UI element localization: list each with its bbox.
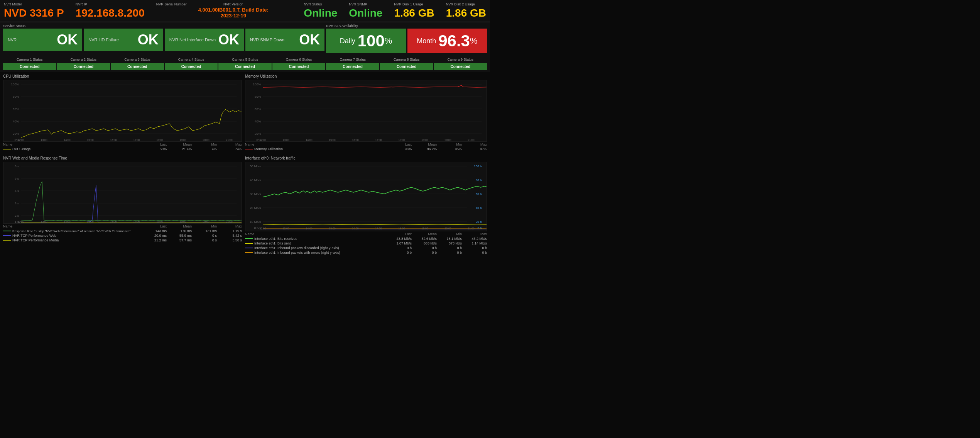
cam8-label: Camera 8 Status (380, 57, 433, 62)
memory-legend-header: Name Last Mean Min Max (245, 143, 487, 146)
network-name3: Interface eth1: Inbound packets discarde… (254, 246, 394, 250)
sla-daily-unit: % (385, 36, 392, 46)
memory-max: 97% (470, 147, 487, 151)
svg-text:100%: 100% (11, 83, 19, 86)
network-legend-row3: Interface eth1: Inbound packets discarde… (245, 246, 487, 250)
memory-chart-svg: 100% 80% 60% 40% 20% 0% 12:00 13:00 14:0… (245, 80, 487, 142)
svg-text:12:00: 12:00 (17, 139, 24, 141)
camera-section: Camera 1 Status Camera 2 Status Camera 3… (0, 55, 490, 72)
service-box-net-value: OK (218, 32, 239, 48)
service-box-net-label: NVR Net Interface Down (169, 37, 216, 42)
net-mean3: 0 b (419, 246, 437, 250)
cam9-label: Camera 9 Status (434, 57, 487, 62)
svg-text:20%: 20% (255, 132, 261, 136)
nvr-model-field: NVR Model NVD 3316 P (4, 2, 64, 19)
svg-text:20:00: 20:00 (203, 139, 210, 141)
response-stats1: 143 ms 176 ms 131 ms 1.19 s (149, 229, 242, 233)
nvr-ip-field: NVR IP 192.168.8.200 (76, 2, 145, 19)
svg-text:16:00: 16:00 (352, 227, 359, 230)
network-name2: Interface eth1: Bits sent (254, 241, 394, 245)
response-mean3: 57.7 ms (174, 238, 192, 242)
svg-text:21:00: 21:00 (226, 139, 233, 141)
response-max2: 5.42 s (225, 234, 242, 238)
memory-chart-title: Memory Utilization (245, 74, 487, 78)
network-stats1: 43.8 Mb/s 32.6 Mb/s 18.1 Mb/s 46.2 Mb/s (394, 237, 487, 241)
cam8-status: Connected (380, 63, 433, 70)
svg-text:17:00: 17:00 (375, 227, 382, 230)
network-color1 (245, 238, 253, 239)
svg-text:20:00: 20:00 (444, 227, 451, 230)
sla-daily-label: Daily (340, 37, 355, 45)
nvr-serial-value (156, 7, 187, 12)
cam5-status: Connected (218, 63, 272, 70)
net-last4: 0 b (394, 251, 412, 255)
network-stats2: 1.07 Mb/s 863 kb/s 573 kb/s 1.14 Mb/s (394, 241, 487, 245)
svg-text:14:00: 14:00 (306, 227, 313, 230)
svg-text:60%: 60% (255, 107, 261, 111)
response-legend-row3: NVR TCP Performance Media 21.2 ms 57.7 m… (3, 238, 242, 243)
sla-month-box: Month 96.3 % (407, 29, 487, 53)
cpu-legend-header: Name Last Mean Min Max (3, 143, 242, 146)
svg-text:14:00: 14:00 (64, 139, 71, 141)
svg-text:19:00: 19:00 (421, 139, 428, 141)
response-name1: Response time for step "NVR Web Performa… (12, 229, 149, 233)
memory-legend-row: Memory Utilization 96% 96.2% 95% 97% (245, 147, 487, 151)
svg-text:20 Mb/s: 20 Mb/s (250, 206, 261, 210)
svg-text:15:00: 15:00 (329, 227, 336, 230)
service-box-hd-label: NVR HD Failure (88, 37, 119, 42)
memory-chart-area: 100% 80% 60% 40% 20% 0% 12:00 13:00 14:0… (245, 80, 487, 142)
charts-left: CPU Utilization 100% 80% 60% 40% 20% 0% (3, 74, 245, 260)
svg-text:15:00: 15:00 (87, 221, 94, 223)
response-color1 (3, 231, 11, 231)
net-mean4: 0 b (419, 251, 437, 255)
service-sla-row: Service Status NVR OK NVR HD Failure OK … (0, 22, 490, 55)
sla-daily-value: 100 (358, 32, 385, 50)
svg-text:100 b: 100 b (474, 165, 482, 168)
svg-text:21:00: 21:00 (468, 227, 475, 230)
cam6-status: Connected (272, 63, 326, 70)
service-box-snmp-value: OK (299, 32, 320, 48)
service-box-nvr-value: OK (57, 32, 78, 48)
nvr-model-value: NVD 3316 P (4, 7, 64, 19)
cpu-max: 74% (225, 147, 242, 151)
cam7-status: Connected (326, 63, 379, 70)
response-chart-title: NVR Web and Media Response Time (3, 156, 242, 160)
svg-text:18:00: 18:00 (156, 221, 163, 223)
svg-text:40%: 40% (13, 120, 19, 123)
sla-month-unit: % (470, 36, 478, 46)
nvr-disk2-label: NVR Disk 2 Usage (446, 2, 486, 6)
cpu-legend-stats: 58% 21.4% 4% 74% (149, 147, 242, 151)
response-legend-row1: Response time for step "NVR Web Performa… (3, 229, 242, 233)
svg-text:60%: 60% (13, 107, 19, 111)
nvr-disk1-label: NVR Disk 1 Usage (394, 2, 434, 6)
svg-text:13:00: 13:00 (282, 139, 289, 141)
svg-text:16:00: 16:00 (110, 139, 117, 141)
svg-text:12:00: 12:00 (259, 227, 266, 230)
response-legend-header: Name Last Mean Min Max (3, 224, 242, 228)
sla-section-label: NVR SLA Availability (326, 24, 487, 28)
network-chart-title: Interface eth0: Network traffic (245, 156, 487, 160)
response-legend: Name Last Mean Min Max Response time for… (3, 224, 242, 243)
response-last1: 143 ms (149, 229, 167, 233)
svg-text:4 s: 4 s (15, 189, 19, 193)
network-chart-svg: 50 Mb/s 40 Mb/s 30 Mb/s 20 Mb/s 10 Mb/s … (245, 162, 487, 231)
cam1-status: Connected (3, 63, 56, 70)
response-name3: NVR TCP Performance Media (12, 238, 149, 242)
response-max1: 1.19 s (225, 229, 242, 233)
charts-right: Memory Utilization 100% 80% 60% 40% 20% … (245, 74, 487, 260)
nvr-snmp-value: Online (349, 7, 382, 19)
nvr-ip-value: 192.168.8.200 (76, 7, 145, 19)
svg-text:15:00: 15:00 (329, 139, 336, 141)
cpu-min: 4% (199, 147, 217, 151)
network-name4: Interface eth1: Inbound packets with err… (254, 251, 394, 255)
network-legend-row1: Interface eth1: Bits received 43.8 Mb/s … (245, 236, 487, 241)
nvr-status-value: Online (304, 7, 337, 19)
cpu-chart-svg: 100% 80% 60% 40% 20% 0% 12:00 13:00 14:0… (3, 80, 242, 142)
network-legend-row2: Interface eth1: Bits sent 1.07 Mb/s 863 … (245, 241, 487, 246)
net-last2: 1.07 Mb/s (394, 241, 412, 245)
net-min2: 573 kb/s (444, 241, 462, 245)
svg-text:15:00: 15:00 (87, 139, 94, 141)
net-max3: 0 b (470, 246, 487, 250)
svg-text:5 s: 5 s (15, 177, 19, 180)
svg-text:21:00: 21:00 (468, 139, 475, 141)
